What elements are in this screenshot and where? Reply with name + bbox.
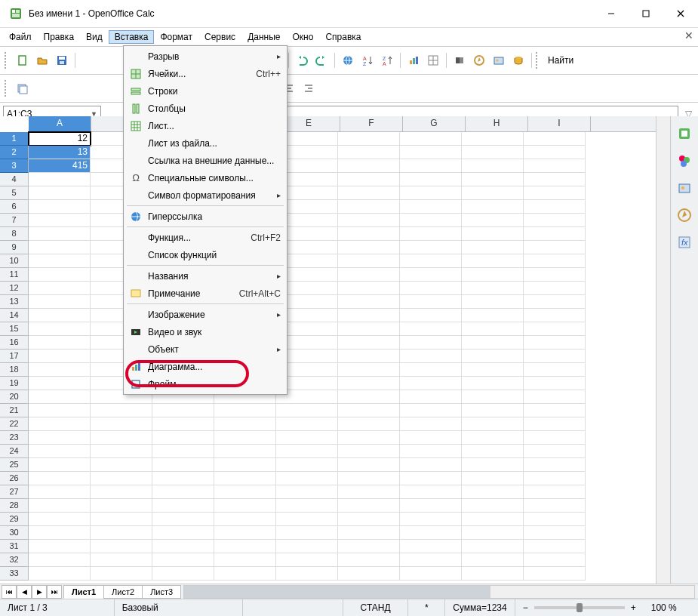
cell[interactable] — [462, 268, 524, 282]
cell[interactable] — [276, 567, 338, 581]
row-header[interactable]: 10 — [0, 254, 29, 268]
cell[interactable] — [29, 186, 91, 200]
col-header[interactable]: A — [29, 116, 91, 131]
cell[interactable] — [214, 431, 276, 445]
cell[interactable] — [29, 200, 91, 214]
menu-help[interactable]: Справка — [319, 30, 367, 44]
cell[interactable] — [462, 431, 524, 445]
cell[interactable] — [152, 540, 214, 553]
cell[interactable] — [29, 417, 91, 431]
cell[interactable] — [524, 377, 586, 390]
cell[interactable] — [462, 567, 524, 581]
cell[interactable] — [400, 526, 462, 540]
row-header[interactable]: 6 — [0, 200, 29, 214]
cell[interactable] — [462, 241, 524, 254]
cell[interactable] — [462, 159, 524, 173]
row-header[interactable]: 20 — [0, 390, 29, 404]
menubar-close-icon[interactable]: ✕ — [684, 29, 693, 42]
col-header[interactable]: F — [340, 116, 403, 131]
cell[interactable] — [29, 499, 91, 513]
cell[interactable] — [91, 417, 152, 431]
cell[interactable] — [214, 567, 276, 581]
cell[interactable] — [91, 513, 152, 526]
zoom-in-button[interactable]: + — [631, 602, 636, 613]
cell[interactable] — [338, 431, 400, 445]
cell[interactable]: 415 — [29, 159, 91, 173]
cell[interactable] — [462, 227, 524, 241]
cell[interactable] — [276, 485, 338, 499]
cell[interactable] — [400, 404, 462, 417]
cell[interactable] — [276, 431, 338, 445]
cell[interactable] — [152, 513, 214, 526]
cell[interactable] — [152, 526, 214, 540]
cell[interactable] — [152, 567, 214, 581]
cell[interactable] — [338, 350, 400, 363]
menu-file[interactable]: Файл — [3, 30, 38, 44]
cell[interactable] — [338, 214, 400, 227]
toolbar-grip[interactable] — [5, 80, 9, 97]
menu-item-function[interactable]: Функция...Ctrl+F2 — [124, 229, 287, 246]
row-header[interactable]: 29 — [0, 513, 29, 526]
chart-button[interactable] — [404, 51, 423, 69]
row-header[interactable]: 1 — [0, 132, 29, 146]
cell[interactable] — [524, 553, 586, 567]
cell[interactable] — [29, 485, 91, 499]
sheet-tab[interactable]: Лист2 — [103, 585, 143, 599]
cell[interactable] — [338, 241, 400, 254]
cell[interactable] — [214, 526, 276, 540]
cell[interactable] — [214, 499, 276, 513]
cell[interactable] — [91, 404, 152, 417]
menu-edit[interactable]: Правка — [38, 30, 81, 44]
row-header[interactable]: 7 — [0, 214, 29, 227]
menu-item-comment[interactable]: ПримечаниеCtrl+Alt+C — [124, 285, 287, 302]
cell[interactable] — [462, 417, 524, 431]
row-header[interactable]: 19 — [0, 377, 29, 390]
menu-view[interactable]: Вид — [80, 30, 109, 44]
cell[interactable] — [524, 363, 586, 377]
open-button[interactable] — [33, 51, 51, 69]
cell[interactable] — [400, 445, 462, 458]
cell[interactable] — [29, 390, 91, 404]
cell[interactable] — [91, 431, 152, 445]
cell[interactable] — [91, 445, 152, 458]
cell[interactable] — [400, 377, 462, 390]
cell[interactable] — [338, 567, 400, 581]
row-header[interactable]: 4 — [0, 173, 29, 186]
cell[interactable] — [338, 146, 400, 159]
row-header[interactable]: 8 — [0, 227, 29, 241]
cell[interactable] — [91, 567, 152, 581]
cell[interactable] — [276, 404, 338, 417]
cell[interactable] — [400, 322, 462, 336]
cell[interactable] — [400, 553, 462, 567]
cell[interactable] — [462, 200, 524, 214]
vertical-scrollbar[interactable] — [656, 116, 670, 584]
cell[interactable] — [524, 445, 586, 458]
cell[interactable] — [400, 390, 462, 404]
row-header[interactable]: 11 — [0, 268, 29, 282]
row-header[interactable]: 18 — [0, 363, 29, 377]
row-header[interactable]: 5 — [0, 186, 29, 200]
cell[interactable] — [29, 295, 91, 309]
cell[interactable] — [214, 404, 276, 417]
cell[interactable] — [276, 499, 338, 513]
cell[interactable] — [29, 567, 91, 581]
row-header[interactable]: 14 — [0, 309, 29, 322]
cell[interactable] — [338, 526, 400, 540]
cell[interactable] — [400, 458, 462, 472]
cell[interactable] — [91, 472, 152, 485]
cell[interactable] — [462, 540, 524, 553]
window-maximize-button[interactable] — [629, 0, 663, 27]
cell[interactable] — [462, 485, 524, 499]
sidepanel-gallery-icon[interactable] — [675, 178, 694, 198]
cell[interactable] — [524, 241, 586, 254]
menu-item-rows[interactable]: Строки — [124, 82, 287, 100]
redo-button[interactable] — [312, 51, 331, 69]
cell[interactable] — [400, 431, 462, 445]
spreadsheet-grid[interactable]: A B C D E F G H I 1122133415456789101112… — [0, 116, 656, 584]
cell[interactable] — [524, 254, 586, 268]
col-header[interactable]: I — [528, 116, 591, 131]
cell[interactable] — [29, 214, 91, 227]
cell[interactable] — [400, 173, 462, 186]
cell[interactable] — [29, 431, 91, 445]
cell[interactable] — [462, 472, 524, 485]
